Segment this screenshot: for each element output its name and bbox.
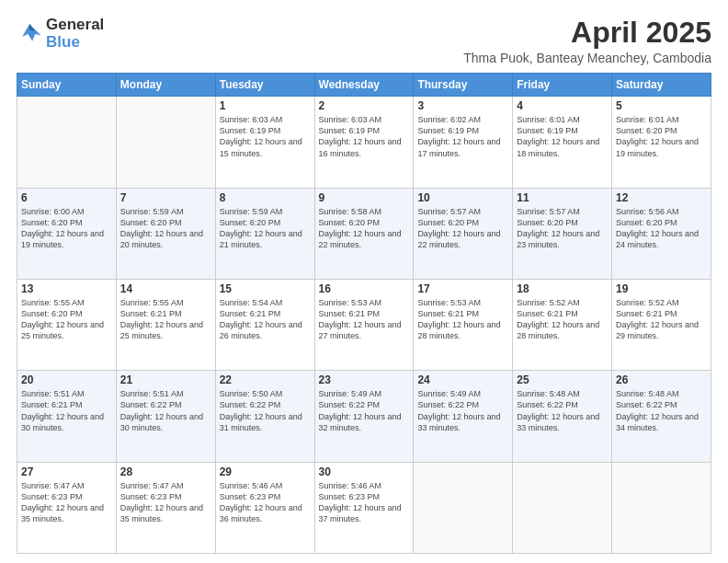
day-number: 28 — [120, 465, 211, 478]
day-number: 3 — [417, 99, 508, 112]
calendar-day-cell — [17, 97, 117, 188]
day-number: 21 — [120, 373, 211, 386]
calendar-week-row: 1Sunrise: 6:03 AM Sunset: 6:19 PM Daylig… — [17, 97, 711, 188]
calendar-day-cell: 26Sunrise: 5:48 AM Sunset: 6:22 PM Dayli… — [612, 371, 711, 462]
day-number: 15 — [220, 282, 311, 295]
day-info: Sunrise: 5:48 AM Sunset: 6:22 PM Dayligh… — [616, 388, 707, 433]
logo-icon — [17, 21, 42, 47]
day-number: 19 — [616, 282, 707, 295]
calendar-day-cell: 24Sunrise: 5:49 AM Sunset: 6:22 PM Dayli… — [414, 371, 513, 462]
calendar-day-cell: 14Sunrise: 5:55 AM Sunset: 6:21 PM Dayli… — [116, 279, 215, 370]
page: General Blue April 2025 Thma Puok, Bante… — [0, 0, 728, 563]
calendar-day-cell: 12Sunrise: 5:56 AM Sunset: 6:20 PM Dayli… — [612, 188, 711, 279]
day-number: 11 — [517, 191, 608, 204]
day-number: 10 — [417, 191, 508, 204]
day-number: 6 — [21, 191, 112, 204]
day-number: 17 — [417, 282, 508, 295]
day-number: 4 — [517, 99, 608, 112]
day-info: Sunrise: 5:57 AM Sunset: 6:20 PM Dayligh… — [517, 206, 608, 251]
calendar-week-row: 20Sunrise: 5:51 AM Sunset: 6:21 PM Dayli… — [17, 371, 711, 462]
calendar-day-cell: 20Sunrise: 5:51 AM Sunset: 6:21 PM Dayli… — [17, 371, 117, 462]
day-info: Sunrise: 5:59 AM Sunset: 6:20 PM Dayligh… — [120, 206, 211, 251]
calendar-day-cell: 4Sunrise: 6:01 AM Sunset: 6:19 PM Daylig… — [513, 97, 612, 188]
day-info: Sunrise: 5:58 AM Sunset: 6:20 PM Dayligh… — [319, 206, 410, 251]
day-number: 29 — [220, 465, 311, 478]
calendar-day-cell: 5Sunrise: 6:01 AM Sunset: 6:20 PM Daylig… — [612, 97, 711, 188]
calendar-week-row: 27Sunrise: 5:47 AM Sunset: 6:23 PM Dayli… — [17, 462, 711, 553]
calendar-table: SundayMondayTuesdayWednesdayThursdayFrid… — [17, 73, 711, 554]
day-info: Sunrise: 5:52 AM Sunset: 6:21 PM Dayligh… — [616, 297, 707, 342]
calendar-day-cell: 25Sunrise: 5:48 AM Sunset: 6:22 PM Dayli… — [513, 371, 612, 462]
calendar-day-cell: 29Sunrise: 5:46 AM Sunset: 6:23 PM Dayli… — [215, 462, 314, 553]
calendar-day-cell: 13Sunrise: 5:55 AM Sunset: 6:20 PM Dayli… — [17, 279, 117, 370]
calendar-day-cell: 15Sunrise: 5:54 AM Sunset: 6:21 PM Dayli… — [215, 279, 314, 370]
logo: General Blue — [17, 17, 104, 51]
day-number: 20 — [21, 373, 112, 386]
calendar-day-header: Friday — [513, 74, 612, 97]
calendar-day-cell: 3Sunrise: 6:02 AM Sunset: 6:19 PM Daylig… — [414, 97, 513, 188]
day-info: Sunrise: 6:01 AM Sunset: 6:19 PM Dayligh… — [517, 114, 608, 159]
day-info: Sunrise: 5:47 AM Sunset: 6:23 PM Dayligh… — [21, 480, 112, 525]
calendar-day-cell: 2Sunrise: 6:03 AM Sunset: 6:19 PM Daylig… — [314, 97, 414, 188]
calendar-week-row: 13Sunrise: 5:55 AM Sunset: 6:20 PM Dayli… — [17, 279, 711, 370]
calendar-day-cell: 9Sunrise: 5:58 AM Sunset: 6:20 PM Daylig… — [314, 188, 414, 279]
calendar-day-cell: 10Sunrise: 5:57 AM Sunset: 6:20 PM Dayli… — [414, 188, 513, 279]
day-info: Sunrise: 5:59 AM Sunset: 6:20 PM Dayligh… — [220, 206, 311, 251]
day-info: Sunrise: 5:51 AM Sunset: 6:22 PM Dayligh… — [120, 388, 211, 433]
day-number: 1 — [220, 99, 311, 112]
calendar-day-header: Wednesday — [314, 74, 414, 97]
day-number: 23 — [319, 373, 410, 386]
day-number: 8 — [220, 191, 311, 204]
day-number: 26 — [616, 373, 707, 386]
calendar-header-row: SundayMondayTuesdayWednesdayThursdayFrid… — [17, 74, 711, 97]
calendar-day-cell: 23Sunrise: 5:49 AM Sunset: 6:22 PM Dayli… — [314, 371, 414, 462]
day-number: 13 — [21, 282, 112, 295]
calendar-week-row: 6Sunrise: 6:00 AM Sunset: 6:20 PM Daylig… — [17, 188, 711, 279]
title-block: April 2025 Thma Puok, Banteay Meanchey, … — [463, 17, 711, 65]
calendar-day-header: Thursday — [414, 74, 513, 97]
day-info: Sunrise: 6:03 AM Sunset: 6:19 PM Dayligh… — [220, 114, 311, 159]
calendar-day-cell: 6Sunrise: 6:00 AM Sunset: 6:20 PM Daylig… — [17, 188, 117, 279]
svg-marker-0 — [22, 24, 40, 41]
calendar-day-cell: 27Sunrise: 5:47 AM Sunset: 6:23 PM Dayli… — [17, 462, 117, 553]
day-number: 25 — [517, 373, 608, 386]
day-number: 7 — [120, 191, 211, 204]
calendar-day-cell: 22Sunrise: 5:50 AM Sunset: 6:22 PM Dayli… — [215, 371, 314, 462]
day-number: 5 — [616, 99, 707, 112]
calendar-day-cell: 8Sunrise: 5:59 AM Sunset: 6:20 PM Daylig… — [215, 188, 314, 279]
calendar-day-cell — [513, 462, 612, 553]
calendar-day-cell: 17Sunrise: 5:53 AM Sunset: 6:21 PM Dayli… — [414, 279, 513, 370]
day-info: Sunrise: 6:02 AM Sunset: 6:19 PM Dayligh… — [417, 114, 508, 159]
day-number: 14 — [120, 282, 211, 295]
day-info: Sunrise: 6:01 AM Sunset: 6:20 PM Dayligh… — [616, 114, 707, 159]
day-number: 24 — [417, 373, 508, 386]
day-info: Sunrise: 5:49 AM Sunset: 6:22 PM Dayligh… — [319, 388, 410, 433]
day-number: 2 — [319, 99, 410, 112]
day-number: 9 — [319, 191, 410, 204]
month-title: April 2025 — [463, 17, 711, 49]
calendar-day-cell: 30Sunrise: 5:46 AM Sunset: 6:23 PM Dayli… — [314, 462, 414, 553]
day-info: Sunrise: 5:48 AM Sunset: 6:22 PM Dayligh… — [517, 388, 608, 433]
header: General Blue April 2025 Thma Puok, Bante… — [17, 17, 711, 65]
calendar-day-header: Sunday — [17, 74, 117, 97]
calendar-day-cell: 16Sunrise: 5:53 AM Sunset: 6:21 PM Dayli… — [314, 279, 414, 370]
calendar-day-cell: 28Sunrise: 5:47 AM Sunset: 6:23 PM Dayli… — [116, 462, 215, 553]
calendar-day-header: Monday — [116, 74, 215, 97]
calendar-day-cell: 11Sunrise: 5:57 AM Sunset: 6:20 PM Dayli… — [513, 188, 612, 279]
calendar-day-cell — [612, 462, 711, 553]
day-number: 27 — [21, 465, 112, 478]
day-info: Sunrise: 5:52 AM Sunset: 6:21 PM Dayligh… — [517, 297, 608, 342]
day-info: Sunrise: 5:49 AM Sunset: 6:22 PM Dayligh… — [417, 388, 508, 433]
day-number: 22 — [220, 373, 311, 386]
location-title: Thma Puok, Banteay Meanchey, Cambodia — [463, 51, 711, 65]
day-info: Sunrise: 6:03 AM Sunset: 6:19 PM Dayligh… — [319, 114, 410, 159]
day-info: Sunrise: 5:46 AM Sunset: 6:23 PM Dayligh… — [220, 480, 311, 525]
day-number: 12 — [616, 191, 707, 204]
calendar-day-header: Saturday — [612, 74, 711, 97]
day-info: Sunrise: 5:56 AM Sunset: 6:20 PM Dayligh… — [616, 206, 707, 251]
calendar-day-cell: 21Sunrise: 5:51 AM Sunset: 6:22 PM Dayli… — [116, 371, 215, 462]
day-info: Sunrise: 5:54 AM Sunset: 6:21 PM Dayligh… — [220, 297, 311, 342]
day-info: Sunrise: 5:57 AM Sunset: 6:20 PM Dayligh… — [417, 206, 508, 251]
calendar-day-header: Tuesday — [215, 74, 314, 97]
day-info: Sunrise: 5:50 AM Sunset: 6:22 PM Dayligh… — [220, 388, 311, 433]
